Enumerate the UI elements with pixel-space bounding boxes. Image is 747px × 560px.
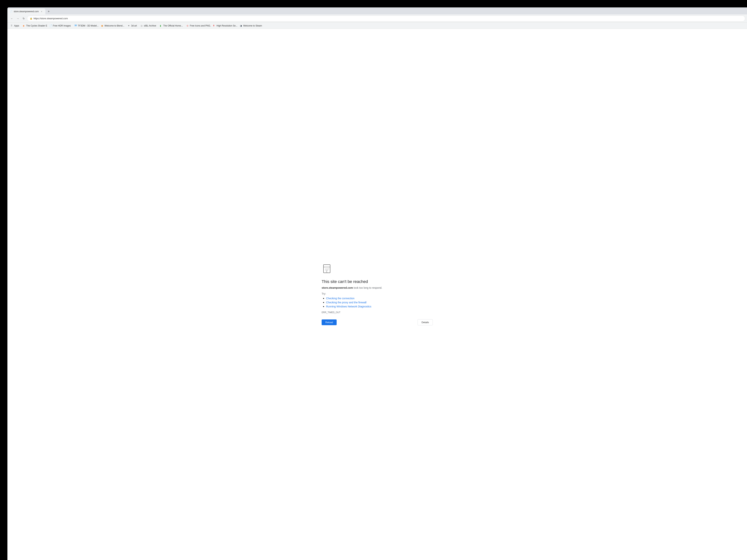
reload-nav-button[interactable]: ↻ [21, 16, 26, 21]
steam-icon: ◑ [240, 24, 242, 27]
blend-icon: ◉ [101, 24, 104, 27]
tab-bar: 📄 store.steampowered.com × + [7, 7, 747, 15]
active-tab[interactable]: 📄 store.steampowered.com × [7, 8, 45, 15]
forward-button[interactable]: → [15, 16, 20, 21]
bookmark-sibl[interactable]: ◎ sIBL Archive [139, 24, 158, 28]
bookmark-highres[interactable]: 8 High Resolution Se... [212, 24, 238, 28]
page-content: :( This site can't be reached store.stea… [7, 29, 747, 560]
bookmarks-bar: ⠿ Apps ◈ The Cycles Shader E... 📄 Free H… [7, 23, 747, 29]
freeicons-icon: ⊙ [186, 24, 189, 27]
bookmark-apps-label: Apps [14, 24, 19, 27]
error-subtitle: store.steampowered.com took too long to … [321, 286, 433, 289]
details-button[interactable]: Details [418, 319, 433, 325]
lock-icon: 🔒 [30, 17, 32, 20]
suggestion-link-2[interactable]: Checking the proxy and the firewall [326, 301, 366, 304]
highres-icon: 8 [213, 24, 216, 27]
bookmark-official-label: The Official Home... [163, 24, 183, 27]
error-suggestions-list: Checking the connection Checking the pro… [321, 297, 433, 308]
tab-favicon-icon: 📄 [10, 10, 12, 13]
bookmark-3dart-label: 3d art [131, 24, 137, 27]
suggestion-item-1: Checking the connection [326, 297, 433, 300]
suggestion-item-2: Checking the proxy and the firewall [326, 301, 433, 304]
svg-text::(: :( [326, 270, 327, 273]
tab-title: store.steampowered.com [14, 10, 39, 13]
bookmark-tf3d[interactable]: 3D TF3DM - 3D Model... [73, 24, 99, 28]
bookmark-apps[interactable]: ⠿ Apps [9, 24, 21, 28]
bookmark-blend-label: Welcome to Blend... [104, 24, 124, 27]
nav-bar: ← → ↻ 🔒 https://store.steampowered.com [7, 15, 747, 23]
bookmark-highres-label: High Resolution Se... [216, 24, 237, 27]
suggestion-item-3: Running Windows Network Diagnostics [326, 305, 433, 308]
suggestion-link-1[interactable]: Checking the connection [326, 297, 354, 300]
bookmark-hdr-label: Free HDR Images [53, 24, 71, 27]
bookmark-cycles[interactable]: ◈ The Cycles Shader E... [21, 24, 47, 28]
error-title: This site can't be reached [321, 279, 433, 284]
bookmark-official[interactable]: ▮ The Official Home... [158, 24, 184, 28]
bookmark-tf3d-label: TF3DM - 3D Model... [78, 24, 99, 27]
sibl-icon: ◎ [140, 24, 143, 27]
official-icon: ▮ [160, 24, 162, 27]
bookmark-sibl-label: sIBL Archive [144, 24, 156, 27]
hdr-icon: 📄 [49, 24, 52, 27]
bookmark-blend[interactable]: ◉ Welcome to Blend... [100, 24, 126, 28]
reload-button[interactable]: Reload [321, 319, 337, 325]
new-tab-button[interactable]: + [46, 9, 51, 14]
apps-icon: ⠿ [11, 24, 14, 27]
back-button[interactable]: ← [9, 16, 15, 21]
error-subtitle-msg: took too long to respond. [353, 286, 382, 289]
address-bar[interactable]: 🔒 https://store.steampowered.com [27, 16, 745, 22]
cycles-icon: ◈ [23, 24, 25, 27]
address-url: https://store.steampowered.com [33, 17, 68, 20]
bookmark-hdr[interactable]: 📄 Free HDR Images [48, 24, 72, 28]
tab-close-button[interactable]: × [40, 10, 43, 13]
bookmark-cycles-label: The Cycles Shader E... [26, 24, 47, 27]
bookmark-freeicons-label: Free Icons and PNG... [190, 24, 211, 27]
suggestion-link-3[interactable]: Running Windows Network Diagnostics [326, 305, 371, 308]
error-page-icon: :( [321, 264, 333, 275]
3dart-icon: ✦ [128, 24, 130, 27]
bookmark-steam-label: Welcome to Steam [243, 24, 262, 27]
error-try-label: Try: [321, 292, 433, 295]
tf3d-icon: 3D [75, 24, 77, 27]
error-code: ERR_TIMED_OUT [321, 311, 433, 314]
bookmark-steam[interactable]: ◑ Welcome to Steam [238, 24, 263, 28]
browser-window: 📄 store.steampowered.com × + ← → ↻ 🔒 htt… [7, 7, 747, 560]
error-actions: Reload Details [321, 319, 433, 325]
error-domain: store.steampowered.com [321, 286, 353, 289]
error-container: :( This site can't be reached store.stea… [321, 264, 433, 319]
bookmark-freeicons[interactable]: ⊙ Free Icons and PNG... [185, 24, 211, 28]
bookmark-3dart[interactable]: ✦ 3d art [126, 24, 138, 28]
